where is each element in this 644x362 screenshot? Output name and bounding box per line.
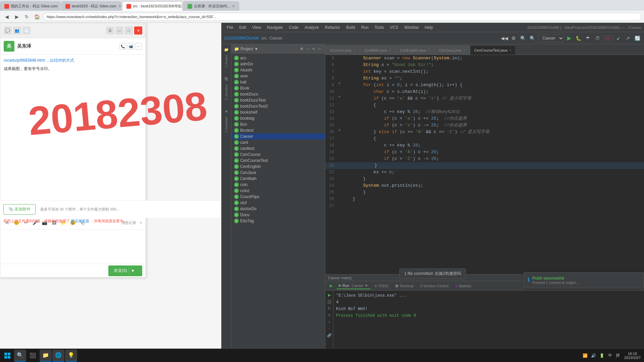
tree-item-CenJava[interactable]: C CenJava (231, 170, 325, 176)
profile-button[interactable]: ⏱ (593, 34, 601, 42)
run-sidebar-play[interactable]: ▶ (326, 292, 332, 298)
menu-tools[interactable]: Tools (372, 24, 387, 31)
tree-item-aver[interactable]: C aver (231, 73, 325, 79)
audio-icon[interactable]: 📞 (119, 43, 126, 50)
run-config-tab-dropdown[interactable]: Caeser ▼ (352, 284, 368, 288)
project-dropdown-arrow[interactable]: ▼ (254, 47, 258, 51)
git-action-2[interactable]: ↗ (624, 34, 632, 42)
address-input[interactable] (43, 13, 641, 21)
run-sidebar-icon5[interactable]: ≡ (326, 319, 332, 325)
tree-item-EduTag[interactable]: C EduTag (231, 218, 325, 224)
tree-item-admDo[interactable]: C admDo (231, 61, 325, 67)
tree-item-bookDucoTest[interactable]: C bookDucoTest (231, 97, 325, 103)
tree-item-booktag[interactable]: C booktag (231, 115, 325, 121)
browser-tab-2[interactable]: besti1823 - 码云 Gitee.com ✕ (61, 1, 121, 11)
tree-item-acc[interactable]: C acc (231, 55, 325, 61)
chat-textarea[interactable] (0, 229, 146, 263)
menu-view[interactable]: View (250, 24, 264, 31)
caeser-breadcrumb[interactable]: Caeser (269, 36, 282, 41)
chat-icon-close[interactable]: ✕ (134, 26, 142, 35)
ide-toolbar-icon-4[interactable]: 🔍 (529, 34, 537, 42)
taskbar-sound-icon[interactable]: 🔊 (590, 353, 597, 358)
project-breadcrumb[interactable]: 20182308MOGAMI (224, 36, 259, 41)
send-dropdown-icon[interactable]: ▼ (128, 267, 137, 275)
taskbar-time[interactable]: 16:16 2019/10/7 (622, 352, 643, 360)
menu-run[interactable]: Run (359, 24, 371, 31)
chat-icon-contacts[interactable]: 👥 (13, 26, 21, 35)
sidebar-structure-label[interactable]: 2: Structure (225, 84, 228, 100)
menu-file[interactable]: File (224, 24, 236, 31)
menu-vcs[interactable]: VCS (387, 24, 401, 31)
taskbar-idea-icon[interactable]: 💡 (65, 350, 77, 362)
code-breadcrumb-caeser[interactable]: Caeser (328, 276, 340, 280)
sidebar-project-icon[interactable]: 📁 (222, 46, 230, 54)
chat-icon-collapse[interactable]: — (115, 26, 123, 35)
run-sidebar-icon6[interactable]: ↑ (326, 325, 332, 331)
home-button[interactable]: 🏠 (33, 13, 41, 21)
chat-icon-settings[interactable]: ☰ (106, 26, 114, 35)
tab-close-CenEnglish[interactable]: ✕ (428, 48, 430, 52)
taskbar-network-icon[interactable]: 📶 (582, 353, 589, 358)
tree-item-CenEnglish[interactable]: C CenEnglish (231, 164, 325, 170)
menu-window[interactable]: Window (401, 24, 421, 31)
back-button[interactable]: ◀ (3, 13, 11, 21)
taskbar-start-button[interactable] (1, 350, 13, 362)
project-settings-icon[interactable]: ⚙ (299, 46, 304, 52)
tab-close-CenJava[interactable]: ✕ (463, 48, 466, 52)
tree-item-ball[interactable]: C ball (231, 79, 325, 85)
run-sidebar-icon7[interactable]: 🔗 (326, 332, 332, 338)
ide-toolbar-icon-2[interactable]: ⚙ (510, 34, 518, 42)
more-icon[interactable]: ⋯ (136, 43, 142, 50)
menu-build[interactable]: Build (343, 24, 358, 31)
send-button[interactable]: 发送(S) ▼ (108, 265, 142, 276)
tree-item-Docu[interactable]: C Docu (231, 212, 325, 218)
taskbar-lang-btn[interactable]: 中 (607, 353, 613, 358)
tree-item-CenCourse[interactable]: C CenCourse (231, 152, 325, 158)
editor-tab-CenEnglish[interactable]: CenEnglish.java ✕ (395, 45, 435, 55)
coverage-button[interactable]: ☂ (584, 34, 592, 42)
add-attachment-button[interactable]: 📎 添加附件 (3, 204, 36, 215)
browser-tab-4[interactable]: 云班课 - 作业活动#5... ✕ (183, 1, 239, 11)
ide-toolbar-icon-3[interactable]: 🔍 (519, 34, 527, 42)
menu-refactor[interactable]: Refactor (322, 24, 343, 31)
tree-item-card[interactable]: C card (231, 139, 325, 145)
taskbar-ime-icon[interactable]: 拼 (615, 353, 621, 358)
tree-item-coinz[interactable]: C coinz (231, 188, 325, 194)
tree-item-Box[interactable]: C Box (231, 121, 325, 127)
project-minimize-icon[interactable]: — (317, 46, 322, 52)
tree-item-bookDucoTest2[interactable]: C bookDucoTest2 (231, 103, 325, 109)
run-tab-vcs[interactable]: 3 Version Control (418, 283, 450, 289)
editor-tab-CenJava[interactable]: CenJava.java ✕ (435, 45, 470, 55)
ide-toolbar-icon-1[interactable]: ◀◀ (500, 34, 508, 42)
browser-tab-3[interactable]: src · besti1823/20182308华彭... ✕ (122, 1, 182, 11)
run-button[interactable]: ▶ (565, 34, 573, 42)
browser-tab-1[interactable]: 我的工作台 - 码云 Gitee.com ✕ (0, 1, 60, 11)
editor-tab-nCourse[interactable]: nCourse.java ✕ (325, 45, 360, 55)
taskbar-explorer-icon[interactable]: 📁 (40, 350, 52, 362)
tree-item-bookDuco[interactable]: C bookDuco (231, 91, 325, 97)
tree-item-Boxtest[interactable]: C Boxtest (231, 127, 325, 133)
run-sidebar-rerun[interactable]: ↻ (326, 305, 332, 311)
tree-item-cardtest[interactable]: C cardtest (231, 145, 325, 152)
tree-item-CenCourseTest[interactable]: C CenCourseTest (231, 158, 325, 164)
tree-item-Akashi[interactable]: C Akashi (231, 67, 325, 73)
menu-help[interactable]: Help (422, 24, 436, 31)
project-gear-icon[interactable]: ≡ (311, 46, 316, 52)
tab-close-CenMath[interactable]: ✕ (388, 48, 391, 52)
run-tab-terminal[interactable]: ▣ Terminal (393, 283, 416, 289)
tab-close-2[interactable]: ✕ (118, 4, 121, 8)
run-tab-statistic[interactable]: ● Statistic (453, 283, 473, 289)
run-sidebar-pause[interactable]: ⏸ (326, 312, 332, 318)
tree-item-Caeser[interactable]: C Caeser (231, 133, 325, 139)
src-breadcrumb[interactable]: src (261, 36, 267, 41)
taskbar-battery-icon[interactable]: 🔋 (598, 353, 605, 358)
chat-icon-msg[interactable]: 💬 (4, 26, 12, 35)
tree-item-ctof[interactable]: C ctof (231, 200, 325, 206)
run-tab-todo[interactable]: 6 TODO (373, 283, 391, 289)
sidebar-favorites-label[interactable]: 2: Favorites (225, 117, 228, 133)
project-sync-icon[interactable]: ↔ (305, 46, 310, 52)
sidebar-project-label[interactable]: 1: Project (225, 55, 228, 68)
menu-navigate[interactable]: Navigate (264, 24, 285, 31)
run-config-dropdown[interactable]: Caeser (538, 34, 564, 42)
git-action-3[interactable]: 🔄 (633, 34, 641, 42)
